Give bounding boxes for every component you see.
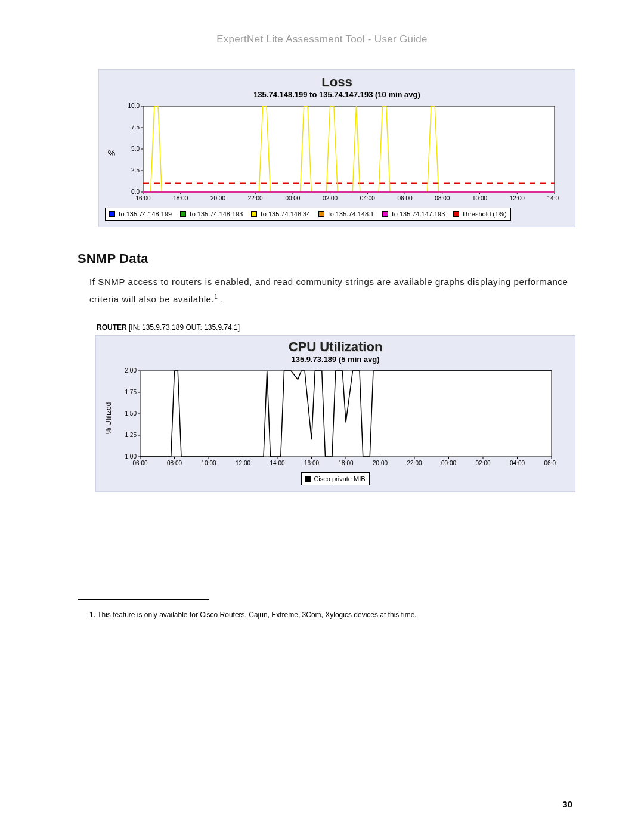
legend-item: To 135.74.148.1 <box>318 210 374 218</box>
svg-text:7.5: 7.5 <box>131 124 140 131</box>
legend-label: Cisco private MIB <box>314 475 365 482</box>
legend-swatch-icon <box>109 211 115 217</box>
cpu-chart-subtitle: 135.9.73.189 (5 min avg) <box>102 355 569 364</box>
snmp-section-heading: SNMP Data <box>78 251 644 267</box>
legend-item: To 135.74.147.193 <box>382 210 445 218</box>
legend-item: To 135.74.148.193 <box>180 210 243 218</box>
router-text: [IN: 135.9.73.189 OUT: 135.9.74.1] <box>127 323 240 332</box>
svg-text:2.5: 2.5 <box>131 167 140 174</box>
svg-text:00:00: 00:00 <box>441 460 456 466</box>
svg-text:14:00: 14:00 <box>547 195 559 202</box>
svg-text:1.00: 1.00 <box>125 453 137 460</box>
svg-text:22:00: 22:00 <box>407 460 422 466</box>
cpu-chart-title: CPU Utilization <box>102 339 569 355</box>
svg-text:1.50: 1.50 <box>125 410 137 417</box>
router-label: ROUTER <box>97 323 127 332</box>
legend-swatch-icon <box>251 211 257 217</box>
svg-rect-36 <box>140 371 552 457</box>
legend-swatch-icon <box>180 211 186 217</box>
cpu-chart-panel: CPU Utilization 135.9.73.189 (5 min avg)… <box>95 335 575 492</box>
legend-label: To 135.74.148.34 <box>259 210 310 218</box>
svg-text:14:00: 14:00 <box>270 460 284 466</box>
legend-label: To 135.74.147.193 <box>391 210 445 218</box>
svg-text:10.0: 10.0 <box>128 103 140 109</box>
svg-text:5.0: 5.0 <box>131 145 140 152</box>
svg-text:12:00: 12:00 <box>236 460 250 466</box>
svg-text:08:00: 08:00 <box>435 195 450 202</box>
legend-swatch-icon <box>382 211 388 217</box>
legend-item: Threshold (1%) <box>453 210 506 218</box>
cpu-legend: Cisco private MIB <box>301 472 369 485</box>
svg-text:06:00: 06:00 <box>132 460 147 466</box>
legend-swatch-icon <box>453 211 459 217</box>
cpu-y-axis-label: % Utilized <box>102 367 115 469</box>
loss-legend: To 135.74.148.199To 135.74.148.193To 135… <box>105 208 511 221</box>
svg-text:16:00: 16:00 <box>135 195 150 202</box>
legend-label: To 135.74.148.193 <box>188 210 243 218</box>
svg-text:06:00: 06:00 <box>544 460 556 466</box>
svg-text:06:00: 06:00 <box>398 195 413 202</box>
svg-rect-0 <box>143 106 555 192</box>
svg-text:02:00: 02:00 <box>323 195 338 202</box>
footnote-rule <box>78 599 209 600</box>
svg-text:1.75: 1.75 <box>125 389 137 395</box>
cpu-plot: 1.001.251.501.752.0006:0008:0010:0012:00… <box>115 367 556 469</box>
snmp-body-text: If SNMP access to routers is enabled, an… <box>89 274 572 308</box>
svg-text:2.00: 2.00 <box>125 367 137 374</box>
svg-text:10:00: 10:00 <box>201 460 216 466</box>
loss-chart-subtitle: 135.74.148.199 to 135.74.147.193 (10 min… <box>105 90 569 99</box>
legend-label: To 135.74.148.199 <box>117 210 172 218</box>
legend-swatch-icon <box>318 211 324 217</box>
footnote-marker: 1 <box>214 293 218 300</box>
page-header: ExpertNet Lite Assessment Tool - User Gu… <box>0 0 644 45</box>
svg-text:1.25: 1.25 <box>125 432 137 438</box>
svg-text:12:00: 12:00 <box>510 195 525 202</box>
svg-text:18:00: 18:00 <box>338 460 353 466</box>
svg-text:0.0: 0.0 <box>131 188 140 195</box>
svg-text:20:00: 20:00 <box>373 460 388 466</box>
svg-text:16:00: 16:00 <box>304 460 319 466</box>
snmp-body-span: If SNMP access to routers is enabled, an… <box>89 277 568 304</box>
legend-item: Cisco private MIB <box>305 475 365 482</box>
router-line: ROUTER [IN: 135.9.73.189 OUT: 135.9.74.1… <box>97 323 644 332</box>
loss-chart-panel: Loss 135.74.148.199 to 135.74.147.193 (1… <box>98 69 575 227</box>
legend-label: To 135.74.148.1 <box>327 210 374 218</box>
svg-text:18:00: 18:00 <box>173 195 188 202</box>
svg-text:20:00: 20:00 <box>210 195 225 202</box>
loss-plot: 0.02.55.07.510.016:0018:0020:0022:0000:0… <box>118 103 559 204</box>
svg-text:08:00: 08:00 <box>167 460 182 466</box>
page-number: 30 <box>562 799 572 809</box>
loss-chart-title: Loss <box>105 75 569 90</box>
svg-text:04:00: 04:00 <box>360 195 375 202</box>
legend-swatch-icon <box>305 476 311 482</box>
loss-y-axis-label: % <box>105 103 118 204</box>
svg-text:04:00: 04:00 <box>510 460 525 466</box>
legend-item: To 135.74.148.34 <box>251 210 310 218</box>
svg-text:22:00: 22:00 <box>248 195 263 202</box>
legend-item: To 135.74.148.199 <box>109 210 172 218</box>
svg-text:10:00: 10:00 <box>472 195 487 202</box>
footnote-text: 1. This feature is only available for Ci… <box>89 611 572 619</box>
legend-label: Threshold (1%) <box>462 210 506 218</box>
svg-text:00:00: 00:00 <box>285 195 300 202</box>
svg-text:02:00: 02:00 <box>475 460 490 466</box>
